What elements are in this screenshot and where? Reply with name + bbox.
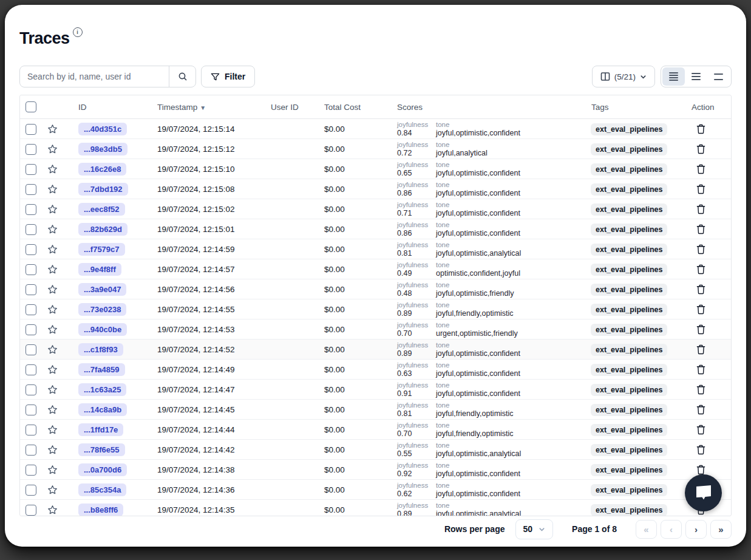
column-visibility-button[interactable]: (5/21) <box>592 66 655 87</box>
row-checkbox[interactable] <box>25 204 36 215</box>
row-checkbox[interactable] <box>25 344 36 355</box>
trace-id-badge[interactable]: ...7dbd192 <box>78 183 128 196</box>
trace-id-badge[interactable]: ...85c354a <box>78 483 126 496</box>
header-timestamp[interactable]: Timestamp▼ <box>151 103 263 112</box>
delete-trace-button[interactable] <box>696 364 731 375</box>
star-icon[interactable] <box>47 324 58 335</box>
trace-id-badge[interactable]: ...1c63a25 <box>78 383 126 396</box>
row-checkbox[interactable] <box>25 264 36 275</box>
table-row[interactable]: ...85c354a19/07/2024, 12:14:36$0.00joyfu… <box>20 480 731 500</box>
row-checkbox[interactable] <box>25 324 36 335</box>
filter-button[interactable]: Filter <box>201 66 255 87</box>
header-user-id[interactable]: User ID <box>263 103 318 112</box>
table-row[interactable]: ...82b629d19/07/2024, 12:15:01$0.00joyfu… <box>20 219 731 239</box>
last-page-button[interactable]: » <box>710 520 732 539</box>
delete-trace-button[interactable] <box>696 324 731 335</box>
table-row[interactable]: ...73e023819/07/2024, 12:14:55$0.00joyfu… <box>20 299 731 319</box>
row-checkbox[interactable] <box>25 184 36 195</box>
star-icon[interactable] <box>47 384 58 395</box>
delete-trace-button[interactable] <box>696 244 731 254</box>
delete-trace-button[interactable] <box>696 264 731 275</box>
delete-trace-button[interactable] <box>696 204 731 214</box>
table-row[interactable]: ...1c63a2519/07/2024, 12:14:47$0.00joyfu… <box>20 380 731 400</box>
header-scores[interactable]: Scores <box>391 103 585 112</box>
header-tags[interactable]: Tags <box>585 103 685 112</box>
row-checkbox[interactable] <box>25 124 36 135</box>
delete-trace-button[interactable] <box>696 184 731 194</box>
search-box[interactable] <box>19 66 196 87</box>
star-icon[interactable] <box>47 164 58 174</box>
trace-id-badge[interactable]: ...c1f8f93 <box>78 343 123 356</box>
star-icon[interactable] <box>47 364 58 375</box>
star-icon[interactable] <box>47 284 58 295</box>
row-checkbox[interactable] <box>25 465 36 476</box>
table-row[interactable]: ...b8e8ff619/07/2024, 12:14:35$0.00joyfu… <box>20 500 731 516</box>
trace-id-badge[interactable]: ...b8e8ff6 <box>78 504 123 516</box>
table-row[interactable]: ...40d351c19/07/2024, 12:15:14$0.00joyfu… <box>20 119 731 139</box>
table-row[interactable]: ...14c8a9b19/07/2024, 12:14:45$0.00joyfu… <box>20 400 731 420</box>
trace-id-badge[interactable]: ...eec8f52 <box>78 203 125 216</box>
trace-id-badge[interactable]: ...940c0be <box>78 323 127 336</box>
table-row[interactable]: ...9e4f8ff19/07/2024, 12:14:57$0.00joyfu… <box>20 259 731 279</box>
delete-trace-button[interactable] <box>696 445 731 455</box>
star-icon[interactable] <box>47 505 58 515</box>
table-row[interactable]: ...98e3db519/07/2024, 12:15:12$0.00joyfu… <box>20 139 731 159</box>
star-icon[interactable] <box>47 244 58 254</box>
delete-trace-button[interactable] <box>696 144 731 154</box>
row-checkbox[interactable] <box>25 425 36 435</box>
search-button[interactable] <box>169 66 195 87</box>
first-page-button[interactable]: « <box>636 520 657 539</box>
star-icon[interactable] <box>47 304 58 315</box>
trace-id-badge[interactable]: ...9e4f8ff <box>78 263 121 276</box>
info-icon[interactable]: i <box>73 27 83 37</box>
delete-trace-button[interactable] <box>696 384 731 395</box>
delete-trace-button[interactable] <box>696 425 731 435</box>
delete-trace-button[interactable] <box>696 224 731 234</box>
star-icon[interactable] <box>47 224 58 234</box>
delete-trace-button[interactable] <box>696 405 731 415</box>
star-icon[interactable] <box>47 425 58 435</box>
star-icon[interactable] <box>47 184 58 194</box>
trace-id-badge[interactable]: ...14c8a9b <box>78 403 127 416</box>
star-icon[interactable] <box>47 124 58 134</box>
star-icon[interactable] <box>47 204 58 214</box>
star-icon[interactable] <box>47 485 58 495</box>
trace-id-badge[interactable]: ...1ffd17e <box>78 423 123 436</box>
header-id[interactable]: ID <box>72 103 151 112</box>
star-icon[interactable] <box>47 405 58 415</box>
trace-id-badge[interactable]: ...7fa4859 <box>78 363 125 376</box>
table-row[interactable]: ...3a9e04719/07/2024, 12:14:56$0.00joyfu… <box>20 279 731 299</box>
table-row[interactable]: ...c1f8f9319/07/2024, 12:14:52$0.00joyfu… <box>20 340 731 360</box>
star-icon[interactable] <box>47 445 58 455</box>
delete-trace-button[interactable] <box>696 284 731 295</box>
delete-trace-button[interactable] <box>696 465 731 475</box>
table-row[interactable]: ...16c26e819/07/2024, 12:15:10$0.00joyfu… <box>20 159 731 179</box>
chat-widget-button[interactable] <box>685 474 722 511</box>
trace-id-badge[interactable]: ...3a9e047 <box>78 283 126 296</box>
delete-trace-button[interactable] <box>696 344 731 355</box>
page-size-select[interactable]: 50 <box>515 519 554 539</box>
delete-trace-button[interactable] <box>696 164 731 174</box>
row-checkbox[interactable] <box>25 445 36 456</box>
row-checkbox[interactable] <box>25 164 36 175</box>
delete-trace-button[interactable] <box>696 304 731 315</box>
row-checkbox[interactable] <box>25 505 36 516</box>
trace-id-badge[interactable]: ...98e3db5 <box>78 143 127 155</box>
table-row[interactable]: ...7fa485919/07/2024, 12:14:49$0.00joyfu… <box>20 360 731 380</box>
row-checkbox[interactable] <box>25 384 36 395</box>
trace-id-badge[interactable]: ...16c26e8 <box>78 163 126 176</box>
star-icon[interactable] <box>47 264 58 275</box>
star-icon[interactable] <box>47 144 58 154</box>
prev-page-button[interactable]: ‹ <box>661 520 682 539</box>
row-checkbox[interactable] <box>25 284 36 295</box>
table-row[interactable]: ...78f6e5519/07/2024, 12:14:42$0.00joyfu… <box>20 440 731 460</box>
row-checkbox[interactable] <box>25 405 36 415</box>
row-checkbox[interactable] <box>25 364 36 375</box>
table-row[interactable]: ...f7579c719/07/2024, 12:14:59$0.00joyfu… <box>20 239 731 259</box>
row-checkbox[interactable] <box>25 224 36 235</box>
search-input[interactable] <box>20 66 169 87</box>
row-checkbox[interactable] <box>25 244 36 255</box>
trace-id-badge[interactable]: ...82b629d <box>78 223 127 236</box>
select-all-checkbox[interactable] <box>25 101 36 112</box>
table-row[interactable]: ...7dbd19219/07/2024, 12:15:08$0.00joyfu… <box>20 179 731 199</box>
